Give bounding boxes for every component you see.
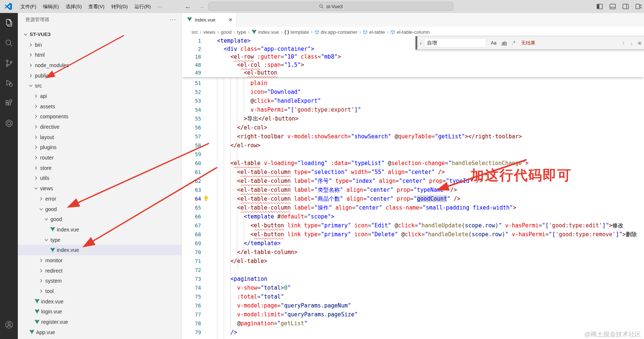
line-number[interactable]: 52 [182,88,201,96]
code-line-70[interactable]: 70 </el-table-column> [182,248,644,257]
line-content[interactable]: <el-table-column type="selection" width=… [217,168,445,177]
line-number[interactable]: 70 [182,248,201,257]
tree-item-src-5[interactable]: src [18,80,182,91]
line-number[interactable]: 54 [182,105,201,114]
tree-item-monitor-22[interactable]: monitor [18,255,182,266]
code-line-73[interactable]: 73 <pagination [182,274,644,283]
tree-item-redirect-23[interactable]: redirect [18,266,182,276]
line-content[interactable]: <el-table-column label="序号" type="index"… [217,177,483,185]
line-content[interactable]: </el-row> [217,141,260,150]
code-line-48[interactable]: 48 <el-col :span="1.5"> [182,61,644,69]
line-content[interactable]: </el-table-column> [217,248,298,257]
code-line-67[interactable]: 67 <el-button link type="primary" icon="… [182,221,644,230]
extensions-icon[interactable] [0,93,18,113]
tree-item-router-12[interactable]: router [18,152,182,163]
tree-item-login.vue-27[interactable]: login.vue [18,307,182,317]
code-line-49[interactable]: 49 <el-button [182,69,644,77]
line-number[interactable]: 76 [182,301,201,310]
code-line-57[interactable]: 57 <right-toolbar v-model:showSearch="sh… [182,132,644,141]
tree-item-public-4[interactable]: public [18,70,182,81]
line-content[interactable]: <right-toolbar v-model:showSearch="showS… [217,132,522,141]
line-content[interactable]: plain [217,79,267,88]
account-icon[interactable] [0,315,18,335]
code-line-69[interactable]: 69 </template> [182,239,644,248]
tree-item-index.vue-26[interactable]: index.vue [18,296,182,307]
breadcrumb-item-div.app-container[interactable]: div.app-container [315,29,358,35]
line-number[interactable]: 67 [182,221,201,230]
code-line-52[interactable]: 52 icon="Download" [182,88,644,96]
tab-index-vue[interactable]: index.vue ✕ [182,13,237,27]
line-number[interactable]: 48 [182,61,201,69]
line-number[interactable]: 1 [182,37,201,45]
breadcrumb-item-index.vue[interactable]: index.vue [252,29,279,35]
explorer-icon[interactable] [0,13,18,33]
line-number[interactable]: 60 [182,159,201,168]
line-number[interactable]: 57 [182,132,201,141]
code-line-75[interactable]: 75 :total="total" [182,292,644,301]
code-line-71[interactable]: 71 </el-table> [182,257,644,266]
breadcrumb-item-src[interactable]: src [191,29,198,35]
line-number[interactable]: 74 [182,283,201,292]
line-content[interactable]: @click="handleExport" [217,96,321,105]
find-expand-icon[interactable]: › [417,40,424,46]
nav-back-icon[interactable]: ← [185,3,191,10]
tree-item-index.vue-19[interactable]: index.vue [18,224,182,235]
whole-word-icon[interactable]: ab [501,40,507,46]
tree-item-error-16[interactable]: error [18,194,182,204]
run-debug-icon[interactable] [0,73,18,93]
tree-item-App.vue-29[interactable]: App.vue [18,327,182,338]
menu-item-2[interactable]: 选择(S) [62,2,85,11]
line-content[interactable]: <el-row :gutter="10" class="mb8"> [217,53,341,61]
tree-item-directive-9[interactable]: directive [18,122,182,132]
line-content[interactable]: v-hasPermi="['good:type:export']" [217,105,361,114]
tree-item-components-8[interactable]: components [18,112,182,122]
sidebar-more-actions-icon[interactable]: ··· [170,16,176,22]
line-content[interactable]: v-show="total>0" [217,283,291,292]
code-line-77[interactable]: 77 v-model:limit="queryParams.pageSize" [182,310,644,319]
code-line-55[interactable]: 55 >导出</el-button> [182,114,644,123]
tree-item-good-17[interactable]: good [18,204,182,214]
line-number[interactable]: 79 [182,328,201,337]
lightbulb-icon[interactable] [203,195,209,203]
line-content[interactable]: icon="Download" [217,88,301,96]
line-content[interactable]: v-model:page="queryParams.pageNum" [217,301,351,310]
line-content[interactable]: <el-button [217,69,277,77]
regex-icon[interactable]: .* [511,40,516,46]
line-content[interactable]: <template> [217,37,250,45]
tree-item-layout-10[interactable]: layout [18,132,182,142]
line-number[interactable]: 78 [182,319,201,328]
tree-item-bin-1[interactable]: bin [18,40,182,50]
line-content[interactable]: >导出</el-button> [217,114,299,123]
code-line-79[interactable]: 79 /> [182,328,644,337]
menu-item-6[interactable]: ··· [154,2,165,11]
tree-item-plugins-11[interactable]: plugins [18,142,182,153]
source-control-icon[interactable] [0,53,18,73]
menu-item-4[interactable]: 转到(G) [108,2,131,11]
line-content[interactable]: </el-col> [217,123,267,132]
nav-forward-icon[interactable]: → [198,3,205,10]
line-number[interactable]: 55 [182,114,201,123]
breadcrumb-item-good[interactable]: good [221,29,231,35]
code-line-60[interactable]: 60 <el-table v-loading="loading" :data="… [182,159,644,168]
line-number[interactable]: 66 [182,212,201,221]
code-line-72[interactable]: 72 [182,266,644,274]
command-center-search[interactable]: st-Vue3 [208,2,453,11]
menu-item-5[interactable]: 运行(R) [131,2,154,11]
find-prev-icon[interactable]: ↑ [622,40,625,46]
line-content[interactable]: <el-col :span="1.5"> [217,61,304,69]
line-number[interactable]: 62 [182,177,201,185]
line-number[interactable]: 53 [182,96,201,105]
tree-item-tool-25[interactable]: tool [18,286,182,296]
line-content[interactable]: <el-table-column label="类型名称" align="cen… [217,185,457,194]
line-number[interactable]: 73 [182,274,201,283]
code-line-74[interactable]: 74 v-show="total>0" [182,283,644,292]
tree-item-assets-7[interactable]: assets [18,101,182,112]
customize-layout-icon[interactable] [635,3,642,10]
line-number[interactable]: 18 [182,53,201,61]
tree-item-nodemodules-3[interactable]: node_modules [18,60,182,70]
line-content[interactable]: :total="total" [217,292,284,301]
code-line-65[interactable]: 65 <el-table-column label="操作" align="ce… [182,203,644,212]
line-content[interactable]: <el-table-column label="商品个数" align="cen… [217,194,460,203]
code-line-63[interactable]: 63 <el-table-column label="类型名称" align="… [182,185,644,194]
menu-item-3[interactable]: 查看(V) [85,2,108,11]
